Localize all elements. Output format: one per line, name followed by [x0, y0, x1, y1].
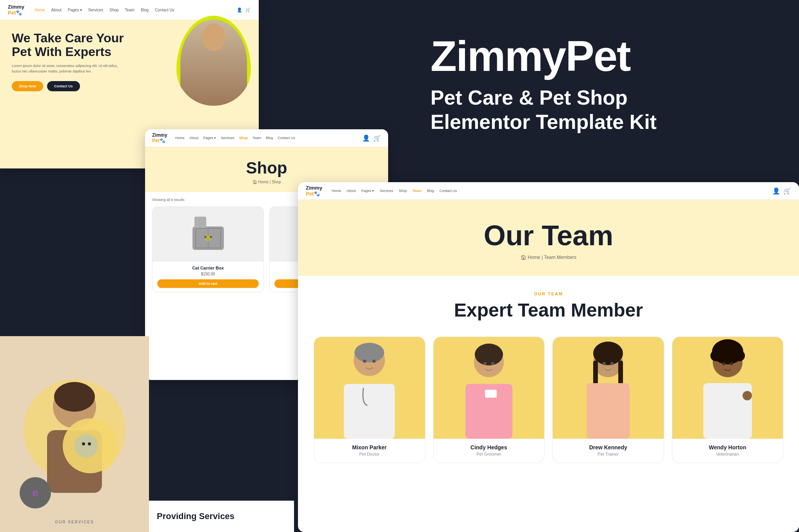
nav-about[interactable]: About: [51, 8, 62, 12]
svg-point-44: [730, 362, 733, 365]
team-logo: ZimmyPet🐾: [306, 185, 322, 197]
shop-page-title: Shop: [153, 159, 380, 177]
nav-shop[interactable]: Shop: [109, 8, 118, 12]
svg-point-41: [734, 350, 745, 361]
user-icon[interactable]: 👤: [237, 7, 242, 13]
member-4-figure: [692, 337, 763, 439]
team-member-2-image: [434, 337, 545, 439]
shop-nav-team[interactable]: Team: [252, 136, 261, 140]
svg-rect-19: [344, 384, 395, 439]
elementor-logo: e: [32, 487, 38, 499]
svg-point-31: [593, 342, 623, 365]
shop-logo: ZimmyPet🐾: [152, 132, 167, 143]
team-card: ZimmyPet🐾 Home About Pages ▾ Services Sh…: [298, 182, 799, 532]
shop-nav-pages[interactable]: Pages ▾: [203, 136, 216, 140]
team-nav-home[interactable]: Home: [332, 189, 341, 193]
team-nav-contact[interactable]: Contact Us: [439, 189, 457, 193]
team-breadcrumb-home[interactable]: Home: [528, 255, 540, 260]
carrier-box-svg: [189, 215, 228, 254]
services-teaser: Providing Services: [149, 501, 294, 532]
team-member-card-2: Cindy Hedges Pet Groomer: [433, 337, 545, 463]
svg-point-43: [722, 362, 725, 365]
person-cat-image: e: [0, 336, 149, 532]
member-4-role: Veterinarian: [676, 452, 779, 456]
team-breadcrumb: 🏠 Home | Team Members: [306, 255, 791, 260]
team-member-card-4: Wendy Horton Veterinarian: [672, 337, 784, 463]
team-nav-services[interactable]: Services: [380, 189, 393, 193]
shop-user-icon[interactable]: 👤: [362, 134, 370, 142]
member-2-role: Pet Groomer: [438, 452, 541, 456]
hero-person-figure: [180, 20, 247, 106]
shop-nav-icons: 👤 🛒: [362, 134, 381, 142]
svg-point-26: [483, 362, 487, 365]
team-navbar: ZimmyPet🐾 Home About Pages ▾ Services Sh…: [298, 182, 799, 200]
svg-point-5: [204, 236, 207, 238]
member-3-role: Pet Trainer: [557, 452, 660, 456]
svg-point-36: [610, 362, 614, 365]
svg-point-52: [74, 434, 98, 458]
team-member-card-3: Drew Kennedy Pet Trainer: [552, 337, 664, 463]
team-member-3-image: [553, 337, 664, 439]
hero-title: We Take Care Your Pet With Experts: [12, 31, 129, 59]
brand-title: ZimmyPet: [430, 34, 768, 78]
cart-icon[interactable]: 🛒: [245, 7, 251, 13]
add-to-cart-carrier-button[interactable]: Add to cart: [157, 279, 259, 288]
team-nav-pages[interactable]: Pages ▾: [361, 189, 374, 193]
team-section-label: OUR TEAM: [314, 291, 783, 296]
shop-nav-shop[interactable]: Shop: [239, 136, 248, 140]
svg-point-40: [710, 350, 721, 361]
team-nav-shop[interactable]: Shop: [399, 189, 407, 193]
team-member-2-info: Cindy Hedges Pet Groomer: [434, 439, 545, 463]
breadcrumb-home[interactable]: Home: [258, 180, 269, 184]
member-3-figure: [573, 337, 643, 439]
team-nav-about[interactable]: About: [347, 189, 356, 193]
shop-nav-home[interactable]: Home: [175, 136, 185, 140]
svg-point-53: [82, 442, 85, 445]
nav-contact[interactable]: Contact Us: [155, 8, 174, 12]
member-2-figure: [454, 337, 524, 439]
nav-home[interactable]: Home: [35, 8, 45, 12]
hero-description: Lorem ipsum dolor sit amet, consectetur …: [12, 63, 122, 74]
svg-point-21: [372, 360, 376, 363]
team-user-icon[interactable]: 👤: [772, 187, 780, 195]
svg-point-24: [475, 344, 503, 366]
svg-rect-42: [703, 383, 752, 439]
nav-pages[interactable]: Pages ▾: [68, 8, 82, 12]
nav-team[interactable]: Team: [125, 8, 134, 12]
brand-subtitle: Pet Care & Pet Shop Elementor Template K…: [430, 85, 768, 134]
team-cart-icon[interactable]: 🛒: [783, 187, 791, 195]
team-breadcrumb-current: Team Members: [544, 255, 577, 260]
svg-point-50: [54, 382, 95, 412]
member-4-name: Wendy Horton: [676, 444, 779, 451]
team-nav-blog[interactable]: Blog: [427, 189, 434, 193]
product-carrier-image: [153, 207, 263, 262]
svg-rect-34: [587, 383, 630, 439]
shop-nav-about[interactable]: About: [189, 136, 199, 140]
product-carrier-price: $150.00: [157, 272, 259, 276]
shop-nav-services[interactable]: Services: [221, 136, 234, 140]
product-carrier-name: Cat Carrier Box: [157, 266, 259, 270]
nav-services[interactable]: Services: [88, 8, 103, 12]
svg-point-6: [210, 236, 212, 238]
shop-nav-contact[interactable]: Contact Us: [278, 136, 295, 140]
product-carrier-info: Cat Carrier Box $150.00 Add to cart: [153, 262, 263, 292]
product-carrier-box: Cat Carrier Box $150.00 Add to cart: [152, 206, 264, 292]
team-member-4-image: [672, 337, 783, 439]
home-hero: We Take Care Your Pet With Experts Lorem…: [0, 20, 259, 99]
nav-blog[interactable]: Blog: [141, 8, 149, 12]
shop-nav-blog[interactable]: Blog: [266, 136, 273, 140]
team-member-1-image: [314, 337, 425, 439]
member-1-figure: [334, 337, 405, 439]
svg-point-35: [603, 362, 606, 365]
contact-us-button[interactable]: Contact Us: [47, 81, 80, 91]
team-member-1-info: Mixon Parker Pet Doctor: [314, 439, 425, 463]
hero-image: [176, 16, 251, 106]
svg-rect-1: [194, 217, 206, 228]
shop-now-button[interactable]: Shop Now: [12, 81, 43, 91]
breadcrumb-current: Shop: [272, 180, 281, 184]
nav-icons: 👤 🛒: [237, 7, 251, 13]
svg-rect-28: [485, 390, 497, 398]
member-3-name: Drew Kennedy: [557, 444, 660, 451]
team-nav-team[interactable]: Team: [412, 189, 421, 193]
shop-cart-icon[interactable]: 🛒: [373, 134, 381, 142]
